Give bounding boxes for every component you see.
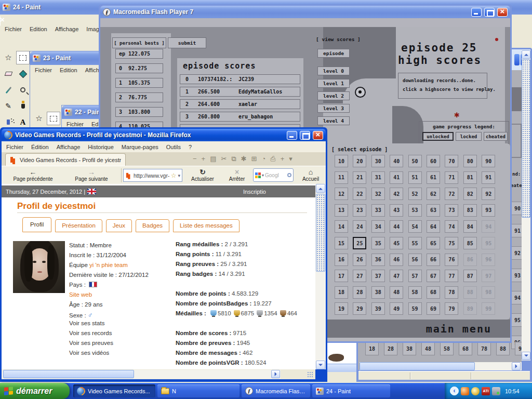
menu-item[interactable]: Affichage — [55, 26, 79, 32]
episode-cell[interactable]: 75 — [445, 237, 458, 249]
firefox-close-button[interactable] — [313, 131, 323, 140]
flash-close-button[interactable] — [497, 8, 508, 17]
submit-button[interactable]: submit — [168, 37, 206, 48]
search-tray-icon[interactable] — [471, 387, 480, 395]
site-inscription-link[interactable]: Inscriptio — [243, 189, 266, 195]
firefox-maximize-button[interactable] — [300, 131, 310, 140]
profile-action-link[interactable]: Voir ses records — [69, 330, 113, 340]
home-button[interactable]: ⌂ Accueil — [296, 167, 326, 183]
menu-item[interactable]: Fichier — [35, 67, 52, 73]
menu-item[interactable]: Historique — [88, 144, 114, 150]
episode-cell-fragment[interactable]: 58 — [440, 342, 454, 355]
personal-best-row[interactable]: 092.275 — [115, 63, 163, 73]
browser-tab[interactable]: Video Games Records - Profil de yicestmo… — [5, 153, 126, 166]
legend-cheated-button[interactable]: cheated — [484, 132, 508, 141]
episode-cell[interactable]: 98 — [482, 286, 495, 299]
episode-cell[interactable]: 33 — [371, 204, 385, 217]
taskbar-button-firefox[interactable]: Video Games Records... — [73, 384, 155, 397]
episode-cell[interactable]: 52 — [408, 188, 422, 200]
profile-action-link[interactable]: Voir ses stats — [69, 320, 113, 330]
episode-cell[interactable]: 58 — [408, 286, 422, 299]
search-placeholder[interactable]: Googl — [265, 172, 286, 178]
firefox-minimize-button[interactable] — [287, 131, 297, 140]
plus-icon[interactable]: + — [202, 155, 206, 163]
menu-item[interactable]: ? — [189, 144, 192, 150]
episode-cell[interactable]: 28 — [353, 286, 366, 299]
episode-cell[interactable]: 83 — [463, 204, 477, 217]
episode-cell[interactable]: 32 — [371, 188, 385, 200]
main-menu-button[interactable]: main menu — [426, 323, 491, 335]
episode-cell[interactable]: 62 — [427, 188, 440, 200]
episode-cell[interactable]: 43 — [390, 204, 403, 217]
scroll-thumb[interactable] — [3, 370, 134, 378]
episode-cell[interactable]: 61 — [427, 171, 440, 184]
episode-cell[interactable]: 51 — [408, 171, 422, 184]
episode-cell-fragment[interactable]: 48 — [421, 342, 435, 355]
profile-link[interactable]: yi 'n phie team — [89, 262, 128, 268]
flash2-toolbar-button[interactable] — [514, 54, 520, 65]
java-tray-icon[interactable] — [461, 387, 469, 395]
url-dropdown-icon[interactable]: ▾ — [178, 173, 180, 178]
episode-cell[interactable]: 17 — [335, 270, 348, 282]
episode-cell[interactable]: 37 — [371, 270, 385, 282]
profile-tab-pr-sentation[interactable]: Présentation — [55, 219, 102, 232]
episode-cell[interactable]: 13 — [335, 204, 348, 217]
episode-cell[interactable]: 71 — [445, 171, 458, 184]
menu-item[interactable]: Fichier — [6, 144, 23, 150]
episode-cell[interactable]: 88 — [463, 286, 477, 299]
episode-cell[interactable]: 90 — [482, 155, 495, 167]
overflow-icon[interactable]: ▾ — [289, 155, 292, 163]
search-magnifier-icon[interactable] — [287, 173, 291, 177]
profile-tab-badges[interactable]: Badges — [136, 219, 169, 232]
episode-cell[interactable]: 97 — [482, 270, 495, 282]
episode-cell[interactable]: 45 — [390, 237, 403, 249]
episode-cell[interactable]: 49 — [390, 302, 403, 315]
episode-cell[interactable]: 96 — [482, 254, 495, 266]
episode-cell[interactable]: 25 — [353, 237, 366, 249]
menu-item[interactable]: Edition — [30, 26, 47, 32]
episode-cell[interactable]: 95 — [482, 237, 495, 249]
url-bar[interactable]: http://www.vgr- ☆ ▾ — [123, 169, 182, 182]
episode-cell[interactable]: 53 — [408, 204, 422, 217]
view-scores-button[interactable]: level 3 — [317, 104, 350, 113]
episode-cell[interactable]: 65 — [427, 237, 440, 249]
scroll-thumb[interactable] — [360, 362, 475, 370]
legend-unlocked-button[interactable]: unlocked — [422, 132, 454, 141]
episode-cell[interactable]: 50 — [408, 155, 422, 167]
episode-cell[interactable]: 72 — [445, 188, 458, 200]
menu-item[interactable]: Edition — [60, 67, 77, 73]
episode-cell-fragment[interactable]: 18 — [365, 342, 379, 355]
episode-cell[interactable]: 10 — [335, 155, 348, 167]
episode-cell[interactable]: 91 — [482, 171, 495, 184]
profile-tab-liste-des-messages[interactable]: Liste des messages — [173, 219, 240, 232]
episode-cell[interactable]: 24 — [353, 220, 366, 233]
personal-best-row[interactable]: 1105.375 — [115, 78, 163, 88]
episode-cell[interactable]: 79 — [445, 302, 458, 315]
episode-cell[interactable]: 15 — [335, 237, 348, 249]
episode-cell-fragment[interactable]: 92 — [511, 246, 522, 260]
scroll-down-arrow[interactable] — [522, 352, 530, 360]
taskbar-button-flash[interactable]: ƒMacromedia Flash Pla... — [242, 384, 310, 397]
scroll-thumb[interactable] — [316, 194, 325, 272]
episode-score-row[interactable]: 3260.800eru_bahagon — [180, 112, 300, 122]
status-tray-icon[interactable] — [492, 387, 500, 395]
episode-cell[interactable]: 70 — [445, 155, 458, 167]
scroll-up-arrow[interactable] — [522, 50, 530, 59]
start-button[interactable]: démarrer — [0, 383, 70, 399]
episode-cell[interactable]: 35 — [371, 237, 385, 249]
episode-cell[interactable]: 93 — [482, 204, 495, 217]
episode-cell[interactable]: 87 — [463, 270, 477, 282]
episode-cell-fragment[interactable]: 88 — [496, 342, 510, 355]
forward-button[interactable]: → Page suivante — [64, 167, 119, 183]
episode-cell[interactable]: 16 — [335, 254, 348, 266]
episode-cell-fragment[interactable]: 90 — [511, 202, 522, 215]
personal-best-row[interactable]: 3103.800 — [115, 107, 163, 117]
scroll-down-arrow[interactable] — [316, 361, 325, 369]
brush-tool[interactable] — [16, 99, 30, 113]
episode-cell[interactable]: 76 — [445, 254, 458, 266]
profile-tab-profil[interactable]: Profil — [22, 217, 51, 232]
menu-item[interactable]: Fichier — [5, 26, 22, 32]
episode-cell[interactable]: 46 — [390, 254, 403, 266]
episode-cell[interactable]: 18 — [335, 286, 348, 299]
episode-cell[interactable]: 11 — [335, 171, 348, 184]
